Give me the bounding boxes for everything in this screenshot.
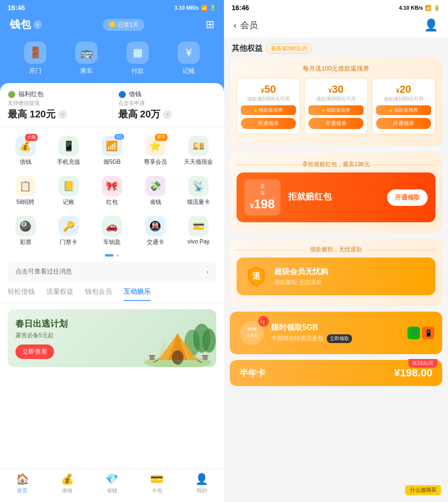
svg-text:流量包: 流量包 bbox=[246, 333, 258, 338]
promo-hongbao-amount: 最高 120元 › bbox=[8, 108, 106, 121]
save-nav-icon: 💎 bbox=[105, 473, 118, 486]
grid-item-save[interactable]: 💸 省钱 bbox=[136, 172, 175, 210]
data-card[interactable]: 5GB 流量包 🎁 限时领取5GB 中国移动特惠流量包 立即领取 🎵 📱 bbox=[230, 312, 442, 354]
checkin-badge[interactable]: 🪙 已签1天 bbox=[103, 19, 144, 31]
grid-icon-transit: 🚇 bbox=[145, 216, 166, 236]
bottom-nav-home[interactable]: 🏠 首页 bbox=[16, 473, 29, 494]
voucher-30[interactable]: ¥30 借款满5000元可用 ◆ 借款返现券 开通领券 bbox=[304, 78, 368, 134]
bottom-nav-profile[interactable]: 👤 我的 bbox=[195, 473, 208, 494]
member-page-title: 会员 bbox=[240, 19, 258, 31]
voucher-30-open-btn[interactable]: 开通领券 bbox=[308, 118, 364, 129]
max-save-badge: 最高省298元/月 bbox=[266, 43, 312, 54]
promo-loan-amount: 最高 20万 › bbox=[118, 108, 217, 121]
grid-icon-carkey: 🚗 bbox=[102, 216, 122, 236]
grid-item-cash[interactable]: 💴 天天领现金 bbox=[179, 132, 218, 170]
wallet-title: 钱包 › bbox=[10, 17, 42, 32]
super-member-card[interactable]: 退 超级会员无忧购 借款被拒 无忧退款 bbox=[237, 258, 435, 295]
status-icons-left: 3.10 MB/s 📶 🔋 bbox=[174, 5, 216, 11]
banner-text: 春日出逃计划 露营必备5元起 立即查看 bbox=[15, 318, 209, 359]
grid-item-recharge[interactable]: 📱 手机充值 bbox=[49, 132, 88, 170]
main-white-card: 🟢 福利红包 支持微信提现 最高 120元 › 🔵 借钱 点击去申请 最高 20… bbox=[0, 83, 224, 469]
voucher-50-open-btn[interactable]: 开通领券 bbox=[241, 118, 296, 129]
grid-row-2: 📋 58招聘 📒 记账 🎀 红包 💸 省钱 📡 领流量卡 bbox=[4, 172, 220, 210]
banner-cta-btn[interactable]: 立即查看 bbox=[15, 344, 54, 359]
nav-item-account[interactable]: ¥ 记账 bbox=[178, 42, 200, 75]
back-button[interactable]: ‹ 会员 bbox=[234, 19, 258, 31]
banner-title: 春日出逃计划 bbox=[15, 318, 209, 330]
grid-item-access[interactable]: 🔑 门禁卡 bbox=[49, 212, 88, 250]
voucher-50[interactable]: ¥50 借款满10000元可用 ◆ 借款返现券 开通领券 bbox=[237, 78, 300, 134]
gift-icon: 🎁 bbox=[258, 316, 269, 327]
sm-sub: 借款被拒 无忧退款 bbox=[274, 278, 428, 287]
half-year-card[interactable]: 仅33元/月 半年卡 ¥198.00 bbox=[230, 360, 442, 386]
redpacket-amount-box: 最高 ¥198 bbox=[244, 179, 280, 215]
voucher-20-open-btn[interactable]: 开通领券 bbox=[376, 118, 431, 129]
spring-banner[interactable]: 春日出逃计划 露营必备5元起 立即查看 bbox=[8, 309, 216, 367]
bus-icon: 🚌 bbox=[75, 42, 98, 64]
voucher-50-type: ◆ 借款返现券 bbox=[241, 105, 296, 115]
promo-hongbao-header: 🟢 福利红包 bbox=[8, 90, 106, 99]
badge-5g: 5G bbox=[114, 134, 124, 140]
grid-icon-5gb: 📶5G bbox=[102, 136, 122, 156]
grid-item-redpacket[interactable]: 🎀 红包 bbox=[93, 172, 131, 210]
data-sub-btn[interactable]: 立即领取 bbox=[327, 334, 352, 343]
redpacket-open-btn[interactable]: 开通领取 bbox=[387, 189, 428, 206]
bottom-nav-save[interactable]: 💎 省钱 bbox=[105, 473, 118, 494]
bottom-nav-wallet[interactable]: 💳 卡包 bbox=[150, 473, 163, 494]
promo-loan-header: 🔵 借钱 bbox=[118, 90, 217, 99]
wallet-expand-btn[interactable]: › bbox=[34, 20, 42, 29]
scrollable-content[interactable]: 每月送100元借款返现券 ¥50 借款满10000元可用 ◆ 借款返现券 开通领… bbox=[224, 57, 448, 502]
voucher-50-amount: ¥50 bbox=[241, 83, 296, 96]
monthly-voucher-card: 每月送100元借款返现券 ¥50 借款满10000元可用 ◆ 借款返现券 开通领… bbox=[230, 57, 442, 146]
data-title: 限时领取5GB bbox=[271, 323, 402, 333]
status-icons-right: 4.10 KB/s 📶 🔋 bbox=[399, 5, 440, 11]
nav-item-bus[interactable]: 🚌 乘车 bbox=[75, 42, 98, 75]
back-icon: ‹ bbox=[234, 20, 237, 30]
promo-item-loan[interactable]: 🔵 借钱 点击去申请 最高 20万 › bbox=[118, 90, 217, 121]
battery-icon-right: 🔋 bbox=[434, 5, 440, 11]
voucher-30-amount: ¥30 bbox=[308, 83, 364, 96]
tab-member[interactable]: 钱包会员 bbox=[85, 287, 112, 301]
profile-nav-icon: 👤 bbox=[195, 473, 208, 486]
nav-item-pay[interactable]: ▦ 付款 bbox=[126, 42, 149, 75]
grid-row-1: 💰大额 借钱 📱 手机充值 📶5G 领5GB ⭐尊享 bbox=[4, 132, 220, 170]
status-bar-left: 16:46 3.10 MB/s 📶 🔋 bbox=[0, 0, 224, 14]
grid-icon-lottery: 🎱 bbox=[15, 216, 36, 236]
data-icon-area: 5GB 流量包 🎁 bbox=[238, 318, 266, 347]
loan-nav-icon: 💰 bbox=[61, 473, 74, 486]
user-profile-btn[interactable]: 👤 bbox=[424, 18, 438, 32]
message-bar[interactable]: 点击可查看过往消息 › bbox=[8, 261, 216, 282]
grid-icon-access: 🔑 bbox=[58, 216, 79, 236]
grid-item-transit[interactable]: 🚇 交通卡 bbox=[136, 212, 175, 250]
grid-item-vip[interactable]: ⭐尊享 尊享会员 bbox=[136, 132, 175, 170]
qr-scan-btn[interactable]: ⊞ bbox=[206, 18, 214, 31]
redpacket-banner[interactable]: 最高 ¥198 拒就赔红包 开通领取 bbox=[237, 172, 435, 222]
voucher-20[interactable]: ¥20 借款满1000元可用 ◆ 借款返现券 开通领券 bbox=[372, 78, 435, 134]
tabs-row: 轻松借钱 流量权益 钱包会员 互动娱乐 bbox=[0, 286, 224, 303]
grid-item-lottery[interactable]: 🎱 彩票 bbox=[6, 212, 45, 250]
promo-row: 🟢 福利红包 支持微信提现 最高 120元 › 🔵 借钱 点击去申请 最高 20… bbox=[0, 83, 224, 128]
rp-max-label: 最高 bbox=[250, 183, 275, 197]
tab-flow[interactable]: 流量权益 bbox=[46, 287, 73, 301]
promo-item-hongbao[interactable]: 🟢 福利红包 支持微信提现 最高 120元 › bbox=[8, 90, 106, 121]
bottom-nav-loan[interactable]: 💰 借钱 bbox=[61, 473, 74, 494]
wallet-nav-icon: 💳 bbox=[150, 473, 163, 486]
grid-row-3: 🎱 彩票 🔑 门禁卡 🚗 车钥匙 🚇 交通卡 💳 vivo Pay bbox=[4, 212, 220, 250]
pay-icon: ▦ bbox=[126, 42, 149, 64]
grid-item-loan[interactable]: 💰大额 借钱 bbox=[6, 132, 45, 170]
grid-item-carkey[interactable]: 🚗 车钥匙 bbox=[93, 212, 131, 250]
nav-item-door[interactable]: 🚪 开门 bbox=[24, 42, 46, 75]
tab-entertainment[interactable]: 互动娱乐 bbox=[124, 287, 151, 301]
grid-item-5gb[interactable]: 📶5G 领5GB bbox=[93, 132, 131, 170]
grid-icon-redpacket: 🎀 bbox=[102, 176, 122, 196]
loan-icon: 🔵 bbox=[118, 91, 126, 98]
grid-item-bookkeep[interactable]: 📒 记账 bbox=[49, 172, 88, 210]
grid-item-job[interactable]: 📋 58招聘 bbox=[6, 172, 45, 210]
grid-icon-bookkeep: 📒 bbox=[58, 176, 79, 196]
nav-icons: 🚪 开门 🚌 乘车 ▦ 付款 ¥ 记账 bbox=[0, 38, 224, 83]
voucher-30-type: ◆ 借款返现券 bbox=[308, 105, 364, 115]
tab-loan[interactable]: 轻松借钱 bbox=[8, 287, 35, 301]
data-apps: 🎵 📱 bbox=[407, 327, 434, 339]
grid-item-vivopay[interactable]: 💳 vivo Pay bbox=[179, 212, 218, 250]
grid-item-flow[interactable]: 📡 领流量卡 bbox=[179, 172, 218, 210]
